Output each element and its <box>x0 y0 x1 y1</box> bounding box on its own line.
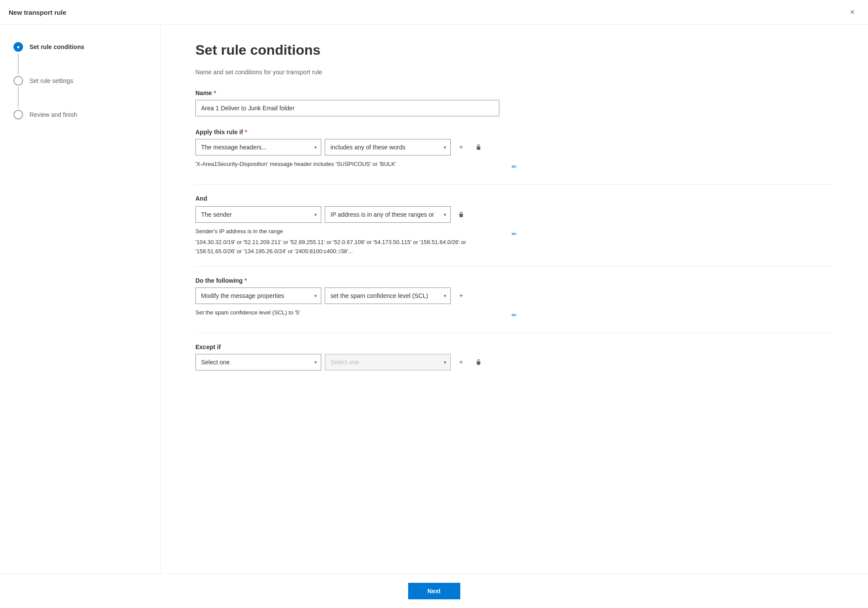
name-section: Name * <box>195 89 833 116</box>
apply-required-star: * <box>245 129 247 135</box>
main-content: Set rule conditions Name and set conditi… <box>161 25 868 608</box>
action1-add-button[interactable]: + <box>454 289 468 303</box>
condition2-delete-button[interactable] <box>454 208 468 221</box>
except1-dropdown-row: Select one ▾ Select one ▾ + <box>195 354 833 370</box>
condition2-detail-link: '104.30.32.0/19' or '52.11.209.211' or '… <box>195 239 466 254</box>
except-if-section: Except if Select one ▾ Select one ▾ + <box>195 344 833 370</box>
action1-dropdown2-wrap: set the spam confidence level (SCL) ▾ <box>325 287 451 304</box>
do-following-label: Do the following * <box>195 277 833 284</box>
condition1-delete-button[interactable] <box>472 140 485 154</box>
top-bar: New transport rule × <box>0 0 868 25</box>
action1-dropdown1[interactable]: Modify the message properties <box>195 287 321 304</box>
step-connector-3 <box>13 110 23 119</box>
condition2-dropdown-row: The sender ▾ IP address is in any of the… <box>195 206 833 223</box>
step-circle-1: ● <box>13 42 23 52</box>
close-button[interactable]: × <box>845 5 859 19</box>
step-line-2 <box>18 87 19 109</box>
step-connector-1: ● <box>13 42 23 76</box>
page-title: Set rule conditions <box>195 42 833 58</box>
except-if-label: Except if <box>195 344 833 350</box>
apply-rule-section: Apply this rule if * The message headers… <box>195 129 833 185</box>
except1-dropdown1-wrap: Select one ▾ <box>195 354 321 370</box>
sidebar: ● Set rule conditions Set rule settings … <box>0 25 161 608</box>
condition2-detail-row: Sender's IP address is in the range '104… <box>195 227 521 256</box>
do-required-star: * <box>244 277 247 284</box>
action1-dropdown-row: Modify the message properties ▾ set the … <box>195 287 833 304</box>
condition2-dropdown2[interactable]: IP address is in any of these ranges or … <box>325 206 451 223</box>
except1-dropdown2-wrap: Select one ▾ <box>325 354 451 370</box>
except1-dropdown1[interactable]: Select one <box>195 354 321 370</box>
bottom-bar: Next <box>0 573 868 608</box>
apply-rule-label: Apply this rule if * <box>195 129 833 135</box>
step-circle-3 <box>13 110 23 119</box>
action1-dropdown1-wrap: Modify the message properties ▾ <box>195 287 321 304</box>
step-label-1: Set rule conditions <box>30 42 84 52</box>
do-following-section: Do the following * Modify the message pr… <box>195 277 833 333</box>
action1-detail-link: '5' <box>295 309 300 316</box>
action1-edit-button[interactable]: ✏ <box>507 308 521 322</box>
condition1-detail-row: 'X-Area1Security-Disposition' message he… <box>195 160 521 174</box>
step-item-3: Review and finish <box>13 110 147 119</box>
and-label: And <box>195 195 833 202</box>
action1-detail-row: Set the spam confidence level (SCL) to '… <box>195 308 521 322</box>
condition1-dropdown2-wrap: includes any of these words ▾ <box>325 139 451 155</box>
step-circle-2 <box>13 76 23 86</box>
and-section: And The sender ▾ IP address is in any of… <box>195 195 833 267</box>
condition1-dropdown-row: The message headers... ▾ includes any of… <box>195 139 833 155</box>
condition2-dropdown1-wrap: The sender ▾ <box>195 206 321 223</box>
condition1-dropdown2[interactable]: includes any of these words <box>325 139 451 155</box>
condition2-dropdown2-wrap: IP address is in any of these ranges or … <box>325 206 451 223</box>
step-label-2: Set rule settings <box>30 76 73 86</box>
action1-dropdown2[interactable]: set the spam confidence level (SCL) <box>325 287 451 304</box>
except1-dropdown2[interactable]: Select one <box>325 354 451 370</box>
except1-delete-button[interactable] <box>472 355 485 369</box>
main-layout: ● Set rule conditions Set rule settings … <box>0 25 868 608</box>
step-line-1 <box>18 53 19 75</box>
condition1-add-button[interactable]: + <box>454 140 468 154</box>
step-item-1: ● Set rule conditions <box>13 42 147 76</box>
condition1-detail-link: 'SUSPICOUS' or 'BULK' <box>336 161 396 167</box>
name-input[interactable] <box>195 100 499 116</box>
step-item-2: Set rule settings <box>13 76 147 110</box>
action1-detail-text: Set the spam confidence level (SCL) to '… <box>195 308 507 317</box>
condition1-edit-button[interactable]: ✏ <box>507 160 521 174</box>
page-subtitle: Name and set conditions for your transpo… <box>195 69 833 76</box>
condition2-edit-button[interactable]: ✏ <box>507 227 521 241</box>
except1-add-button[interactable]: + <box>454 355 468 369</box>
step-connector-2 <box>13 76 23 110</box>
next-button[interactable]: Next <box>408 583 460 599</box>
condition1-dropdown1-wrap: The message headers... ▾ <box>195 139 321 155</box>
condition2-dropdown1[interactable]: The sender <box>195 206 321 223</box>
step-list: ● Set rule conditions Set rule settings … <box>13 42 147 119</box>
step-label-3: Review and finish <box>30 110 77 119</box>
name-label: Name * <box>195 89 833 96</box>
condition2-detail-text: Sender's IP address is in the range '104… <box>195 227 507 256</box>
condition1-detail-text: 'X-Area1Security-Disposition' message he… <box>195 160 507 169</box>
condition1-dropdown1[interactable]: The message headers... <box>195 139 321 155</box>
name-required-star: * <box>214 89 216 96</box>
window-title: New transport rule <box>9 9 66 16</box>
